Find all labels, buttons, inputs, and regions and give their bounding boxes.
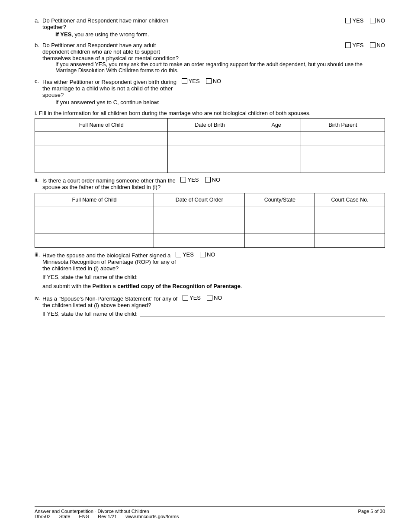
question-a-yes-checkbox[interactable] xyxy=(345,18,351,23)
question-b-no-checkbox[interactable] xyxy=(370,42,376,48)
question-c-yes-label: YES xyxy=(189,78,200,84)
question-b-text3: themselves because of a physical or ment… xyxy=(42,55,179,61)
question-b-no-label: NO xyxy=(377,42,385,48)
table-ii-row2-case[interactable] xyxy=(315,220,385,234)
question-a-ifyes-text: , you are using the wrong form. xyxy=(71,31,149,38)
question-b-text2: dependent children who are not able to s… xyxy=(42,48,160,55)
question-c-yes-checkbox[interactable] xyxy=(182,78,187,84)
footer-div: DIV502 xyxy=(35,514,51,519)
table-i-row2-age[interactable] xyxy=(252,145,301,159)
table-ii-header-name: Full Name of Child xyxy=(35,193,154,206)
table-i-row2-name[interactable] xyxy=(35,145,168,159)
question-ii-text2: spouse as the father of the children lis… xyxy=(42,184,161,190)
table-i-row1-age[interactable] xyxy=(252,131,301,145)
table-ii-row3-date[interactable] xyxy=(154,234,245,248)
question-c-label: c. xyxy=(35,78,42,84)
table-i-row3-age[interactable] xyxy=(252,159,301,173)
table-i-row1-dob[interactable] xyxy=(168,131,252,145)
question-iv-no-checkbox[interactable] xyxy=(207,295,212,301)
footer-page: Page 5 of 30 xyxy=(358,509,385,519)
question-ii-label: ii. xyxy=(35,176,42,183)
question-a-no-checkbox[interactable] xyxy=(370,18,376,23)
question-ii-yes-checkbox[interactable] xyxy=(180,177,186,183)
table-row xyxy=(35,159,385,173)
table-ii: Full Name of Child Date of Court Order C… xyxy=(35,193,385,248)
question-iii-label: iii. xyxy=(35,251,42,258)
table-row xyxy=(35,206,385,220)
footer-title: Answer and Counterpetition - Divorce wit… xyxy=(35,509,179,514)
table-ii-row1-county[interactable] xyxy=(245,206,315,220)
question-iii-no-label: NO xyxy=(207,251,215,258)
question-iii-text1: Have the spouse and the biological Fathe… xyxy=(42,252,170,259)
table-i: Full Name of Child Date of Birth Age Bir… xyxy=(35,118,385,173)
question-iii-text3: the children listed in (i) above? xyxy=(42,265,119,272)
footer-state: State xyxy=(59,514,71,519)
question-iv-child-name-line[interactable] xyxy=(140,310,385,317)
table-i-row1-name[interactable] xyxy=(35,131,168,145)
table-ii-row1-case[interactable] xyxy=(315,206,385,220)
question-iv-ifyes-label: If YES, state the full name of the child… xyxy=(42,311,138,317)
question-c-ifyes: If you answered yes to C, continue below… xyxy=(55,99,160,106)
question-c-text3: spouse? xyxy=(42,92,64,98)
question-ii-text1: Is there a court order naming someone ot… xyxy=(42,177,176,184)
question-c-no-label: NO xyxy=(213,78,222,84)
question-a-label: a. xyxy=(35,17,42,24)
table-ii-row2-date[interactable] xyxy=(154,220,245,234)
question-iv-text2: the children listed at (i) above been si… xyxy=(42,302,151,308)
table-i-row3-parent[interactable] xyxy=(301,159,385,173)
question-iv-text1: Has a "Spouse's Non-Parentage Statement"… xyxy=(42,295,177,302)
question-a-text2: together? xyxy=(42,24,66,30)
question-iii-period: . xyxy=(241,283,242,289)
question-iii-child-name-line[interactable] xyxy=(140,273,385,280)
table-ii-row2-county[interactable] xyxy=(245,220,315,234)
table-ii-row3-county[interactable] xyxy=(245,234,315,248)
table-row xyxy=(35,234,385,248)
question-iv-yes-label: YES xyxy=(189,295,201,301)
table-ii-row1-name[interactable] xyxy=(35,206,154,220)
table-i-header-parent: Birth Parent xyxy=(301,119,385,131)
table-row xyxy=(35,145,385,159)
table-ii-row2-name[interactable] xyxy=(35,220,154,234)
question-iii-no-checkbox[interactable] xyxy=(200,252,206,257)
question-iii-text2: Minnesota Recognition of Parentage (ROP)… xyxy=(42,259,176,265)
question-a-yes-label: YES xyxy=(352,17,363,24)
table-i-header-name: Full Name of Child xyxy=(35,119,168,131)
question-b-info: If you answered YES, you may ask the cou… xyxy=(55,61,363,74)
table-i-row3-name[interactable] xyxy=(35,159,168,173)
question-b-yes-checkbox[interactable] xyxy=(345,42,351,48)
question-b-text1: Do Petitioner and Respondent have any ad… xyxy=(42,42,156,48)
question-c-no-checkbox[interactable] xyxy=(206,78,212,84)
question-iv-label: iv. xyxy=(35,295,42,301)
question-ii-no-checkbox[interactable] xyxy=(205,177,211,183)
table-i-header-age: Age xyxy=(252,119,301,131)
table-ii-header-case: Court Case No. xyxy=(315,193,385,206)
question-a-text1: Do Petitioner and Respondent have minor … xyxy=(42,17,168,24)
table-ii-row3-name[interactable] xyxy=(35,234,154,248)
table-i-row2-parent[interactable] xyxy=(301,145,385,159)
question-b-label: b. xyxy=(35,42,42,48)
question-iii-bold-text: certified copy of the Recognition of Par… xyxy=(117,283,241,289)
table-i-row1-parent[interactable] xyxy=(301,131,385,145)
footer-lang: ENG xyxy=(79,514,89,519)
page-footer: Answer and Counterpetition - Divorce wit… xyxy=(35,506,385,519)
table-i-row2-dob[interactable] xyxy=(168,145,252,159)
footer-website: www.mncourts.gov/forms xyxy=(125,514,179,519)
table-ii-row1-date[interactable] xyxy=(154,206,245,220)
question-ii-yes-label: YES xyxy=(187,176,199,183)
question-a-no-label: NO xyxy=(377,17,385,24)
question-iv-yes-checkbox[interactable] xyxy=(183,295,188,301)
question-b-yes-label: YES xyxy=(352,42,363,48)
question-iii-yes-label: YES xyxy=(183,251,194,258)
question-ii-no-label: NO xyxy=(212,176,221,183)
question-c-text2: the marriage to a child who is not a chi… xyxy=(42,85,173,92)
table-ii-row3-case[interactable] xyxy=(315,234,385,248)
table-row xyxy=(35,131,385,145)
question-a-ifyes: If YES xyxy=(55,31,71,38)
table-i-row3-dob[interactable] xyxy=(168,159,252,173)
question-iv-no-label: NO xyxy=(214,295,222,301)
section-i-intro: i. Fill in the information for all child… xyxy=(35,110,311,116)
table-row xyxy=(35,220,385,234)
question-iii-ifyes-label: If YES, state the full name of the child… xyxy=(42,274,138,280)
table-ii-header-date: Date of Court Order xyxy=(154,193,245,206)
question-iii-yes-checkbox[interactable] xyxy=(176,252,181,257)
